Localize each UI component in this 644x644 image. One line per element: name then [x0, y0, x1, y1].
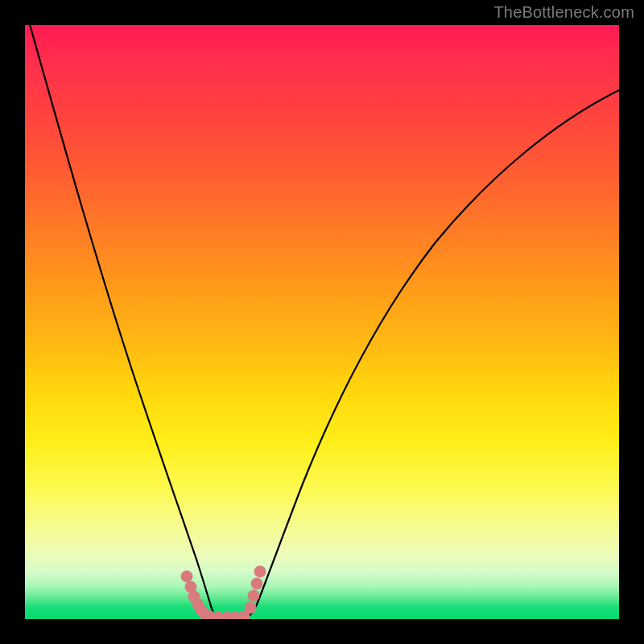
svg-point-13 [251, 578, 262, 589]
curve-layer [25, 25, 619, 619]
watermark-text: TheBottleneck.com [493, 3, 634, 22]
plot-area [25, 25, 619, 619]
svg-point-11 [245, 602, 256, 613]
svg-point-14 [254, 566, 266, 577]
svg-point-12 [248, 590, 259, 601]
bottleneck-curve-path [25, 25, 619, 619]
svg-point-0 [181, 571, 192, 582]
min-region-dots [181, 566, 266, 619]
chart-frame: TheBottleneck.com [0, 0, 644, 644]
